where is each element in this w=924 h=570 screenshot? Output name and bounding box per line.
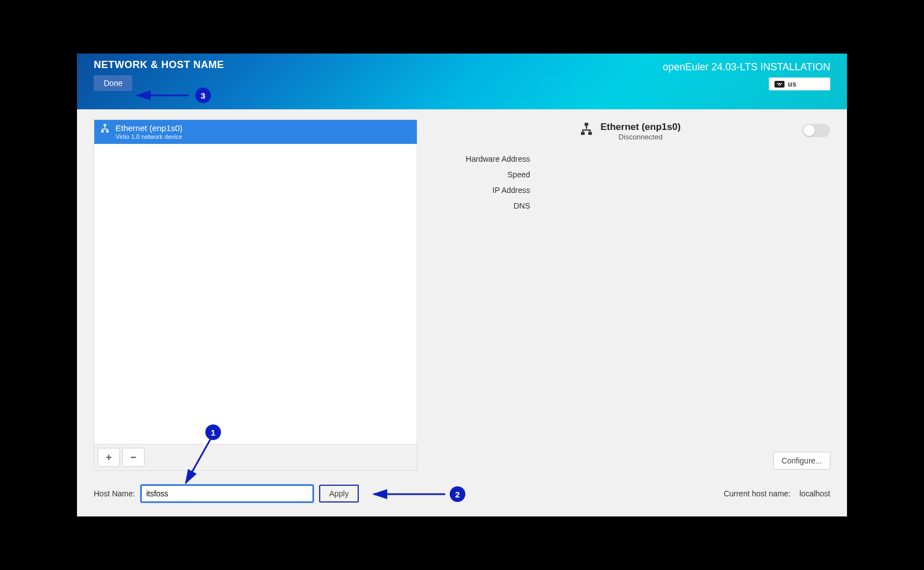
page-title: NETWORK & HOST NAME: [94, 59, 224, 71]
annotation-marker-3: 3: [195, 88, 211, 103]
device-detail-fields: Hardware Address Speed IP Address DNS: [430, 151, 530, 214]
svg-rect-0: [104, 124, 107, 127]
svg-rect-2: [106, 131, 109, 133]
body-area: Ethernet (enp1s0) Virtio 1.0 network dev…: [77, 109, 847, 471]
configure-button[interactable]: Configure...: [773, 452, 830, 470]
hardware-address-label: Hardware Address: [430, 151, 530, 167]
speed-label: Speed: [430, 167, 530, 182]
device-list: Ethernet (enp1s0) Virtio 1.0 network dev…: [94, 119, 417, 444]
hostname-input[interactable]: [141, 485, 314, 503]
annotation-marker-1: 1: [205, 424, 221, 440]
ip-address-label: IP Address: [430, 182, 530, 198]
svg-rect-4: [581, 132, 585, 134]
header-right: openEuler 24.03-LTS INSTALLATION us: [663, 61, 830, 90]
current-hostname-label: Current host name:: [724, 489, 791, 498]
svg-rect-3: [585, 123, 589, 125]
device-list-panel: Ethernet (enp1s0) Virtio 1.0 network dev…: [94, 119, 417, 471]
device-name: Ethernet (enp1s0): [116, 123, 182, 133]
current-hostname: Current host name: localhost: [724, 489, 830, 498]
remove-device-button[interactable]: −: [122, 448, 145, 467]
device-detail-header: Ethernet (enp1s0) Disconnected: [430, 122, 830, 141]
keyboard-layout-label: us: [788, 80, 796, 88]
add-device-button[interactable]: +: [98, 448, 120, 467]
dns-label: DNS: [430, 198, 530, 214]
installation-title: openEuler 24.03-LTS INSTALLATION: [663, 61, 830, 73]
device-detail-name: Ethernet (enp1s0): [600, 122, 681, 133]
device-detail-status: Disconnected: [600, 133, 681, 141]
svg-rect-5: [588, 132, 592, 134]
ethernet-icon: [100, 123, 110, 136]
current-hostname-value: localhost: [800, 489, 830, 498]
header-bar: NETWORK & HOST NAME Done openEuler 24.03…: [77, 54, 847, 109]
hostname-label: Host Name:: [94, 489, 135, 498]
svg-rect-1: [101, 131, 104, 133]
keyboard-layout-button[interactable]: us: [769, 78, 830, 90]
device-subtitle: Virtio 1.0 network device: [116, 133, 182, 141]
device-list-item-labels: Ethernet (enp1s0) Virtio 1.0 network dev…: [116, 123, 182, 141]
connection-toggle[interactable]: [802, 124, 830, 137]
ethernet-icon: [579, 122, 594, 138]
keyboard-icon: [774, 81, 785, 88]
done-button[interactable]: Done: [94, 75, 132, 91]
device-detail-panel: Ethernet (enp1s0) Disconnected Hardware …: [430, 119, 830, 471]
installer-screen: NETWORK & HOST NAME Done openEuler 24.03…: [77, 54, 847, 516]
annotation-marker-2: 2: [450, 486, 465, 502]
device-list-item[interactable]: Ethernet (enp1s0) Virtio 1.0 network dev…: [94, 120, 417, 144]
device-list-toolbar: + −: [94, 444, 417, 471]
apply-button[interactable]: Apply: [319, 485, 359, 503]
header-left: NETWORK & HOST NAME Done: [94, 59, 224, 91]
